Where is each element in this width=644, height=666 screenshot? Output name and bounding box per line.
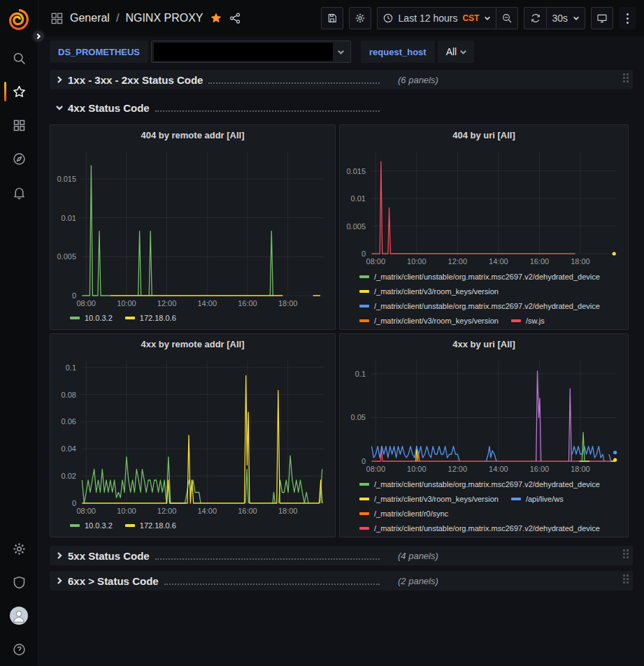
dashboard-canvas: 1xx - 3xx - 2xx Status Code (6 panels) 4…	[38, 67, 644, 666]
legend-item[interactable]: /_matrix/client/v3/room_keys/version	[359, 313, 499, 328]
sidebar-item-configuration[interactable]	[0, 532, 38, 565]
refresh-button[interactable]	[524, 7, 546, 29]
chart-canvas[interactable]: 08:0010:0012:0014:0016:0018:0000.0050.01…	[340, 145, 627, 268]
legend-item[interactable]: /_matrix/client/unstable/org.matrix.msc2…	[359, 477, 600, 491]
sidebar-item-starred[interactable]	[0, 75, 38, 108]
svg-text:16:00: 16:00	[530, 465, 550, 473]
legend-item[interactable]: /_matrix/client/v3/room_keys/version	[359, 491, 499, 506]
legend-item[interactable]: /_matrix/client/unstable/org.matrix.msc2…	[359, 521, 600, 535]
row-title[interactable]: 1xx - 3xx - 2xx Status Code	[68, 74, 203, 86]
sidebar-item-profile[interactable]	[0, 599, 38, 632]
row-title[interactable]: 5xx Status Code	[68, 550, 150, 562]
time-range-label: Last 12 hours	[399, 13, 458, 24]
gear-icon	[12, 542, 27, 556]
row-1xx-3xx-2xx[interactable]: 1xx - 3xx - 2xx Status Code (6 panels)	[50, 70, 633, 89]
sidebar-expand-button[interactable]	[31, 29, 46, 44]
legend-item[interactable]: 172.18.0.6	[125, 311, 176, 326]
favorite-star-icon[interactable]	[210, 12, 222, 24]
dashboard-settings-button[interactable]	[349, 7, 371, 29]
legend-swatch	[511, 319, 521, 322]
panel-4xx-by-uri-all: 4xx by uri [All]08:0010:0012:0014:0016:0…	[339, 333, 629, 537]
panel-legend: 10.0.3.2172.18.0.6	[50, 517, 335, 535]
legend-label: /api/live/ws	[526, 495, 564, 503]
legend-item[interactable]: /_matrix/client/v3/room_keys/version	[359, 284, 499, 298]
sidebar-item-alerting[interactable]	[0, 175, 38, 209]
panel-legend: /_matrix/client/unstable/org.matrix.msc2…	[340, 475, 628, 535]
chart-canvas[interactable]: 08:0010:0012:0014:0016:0018:0000.050.1	[340, 354, 627, 475]
datasource-select[interactable]	[151, 41, 351, 63]
legend-item[interactable]: /_matrix/client/unstable/org.matrix.msc2…	[359, 298, 600, 313]
sidebar-item-search[interactable]	[0, 41, 38, 75]
shield-icon	[12, 575, 27, 590]
legend-label: /_matrix/client/v3/room_keys/version	[374, 495, 499, 503]
page-title[interactable]: NGINX PROXY	[125, 12, 203, 24]
chart-gridlines	[371, 361, 617, 461]
chart-axis-labels: 08:0010:0012:0014:0016:0018:0000.0050.01…	[346, 167, 589, 266]
row-5xx[interactable]: 5xx Status Code (4 panels)	[50, 546, 633, 565]
svg-text:0.005: 0.005	[346, 222, 366, 231]
svg-text:0.1: 0.1	[355, 370, 366, 378]
request-host-select[interactable]: All	[438, 41, 475, 63]
legend-swatch	[125, 524, 135, 527]
row-title[interactable]: 6xx > Status Code	[68, 575, 159, 587]
variables-bar: DS_PROMETHEUS request_host All	[38, 36, 644, 67]
save-dashboard-button[interactable]	[321, 7, 343, 29]
variable-ds-prometheus: DS_PROMETHEUS	[50, 41, 351, 63]
row-drag-handle[interactable]	[623, 549, 629, 558]
redacted-value	[154, 43, 333, 61]
sidebar-item-dashboards[interactable]	[0, 108, 38, 142]
series-line	[372, 447, 611, 461]
compass-icon	[12, 152, 27, 166]
svg-text:16:00: 16:00	[238, 507, 257, 515]
legend-item[interactable]: 10.0.3.2	[70, 311, 113, 326]
sidebar-item-explore[interactable]	[0, 142, 38, 175]
share-icon[interactable]	[229, 12, 241, 24]
time-range-picker[interactable]: Last 12 hours CST	[377, 7, 496, 29]
legend-item[interactable]: /_matrix/client/unstable/org.matrix.msc2…	[359, 269, 600, 284]
legend-item[interactable]: /sw.js	[511, 313, 545, 328]
breadcrumb-folder[interactable]: General	[70, 12, 110, 24]
panel-title[interactable]: 4xx by remote addr [All]	[50, 334, 335, 354]
row-title[interactable]: 4xx Status Code	[68, 102, 150, 114]
timezone-badge: CST	[462, 13, 479, 23]
row-drag-handle[interactable]	[623, 73, 629, 82]
svg-text:14:00: 14:00	[489, 257, 508, 266]
tv-mode-button[interactable]	[591, 7, 613, 29]
series-end-dot	[613, 252, 616, 255]
zoom-out-button[interactable]	[496, 7, 518, 29]
avatar	[10, 607, 28, 625]
svg-text:0: 0	[72, 499, 76, 507]
legend-item[interactable]: 172.18.0.6	[125, 519, 176, 533]
chart-axis-labels: 08:0010:0012:0014:0016:0018:0000.0050.01…	[57, 175, 297, 307]
star-icon	[12, 85, 27, 99]
save-icon	[327, 13, 338, 24]
row-drag-handle[interactable]	[623, 574, 629, 584]
panel-title[interactable]: 404 by remote addr [All]	[50, 125, 335, 145]
row-4xx[interactable]: 4xx Status Code	[50, 98, 633, 117]
row-dotted-leader	[155, 551, 380, 560]
more-options-button[interactable]	[619, 7, 636, 29]
grafana-logo-icon[interactable]	[7, 8, 31, 31]
panel-legend: /_matrix/client/unstable/org.matrix.msc2…	[340, 268, 628, 328]
chart-canvas[interactable]: 08:0010:0012:0014:0016:0018:0000.0050.01…	[50, 145, 334, 310]
legend-item[interactable]: /api/live/ws	[511, 491, 564, 506]
legend-swatch	[359, 290, 369, 293]
svg-text:0.01: 0.01	[351, 194, 366, 203]
chart-gridlines	[81, 361, 324, 503]
sidebar-item-help[interactable]	[0, 632, 38, 666]
legend-swatch	[359, 527, 369, 530]
legend-item[interactable]: 10.0.3.2	[70, 519, 113, 533]
panel-legend: 10.0.3.2172.18.0.6	[50, 310, 335, 328]
legend-item[interactable]: /_matrix/client/r0/sync	[359, 506, 448, 521]
sidebar-item-server-admin[interactable]	[0, 565, 38, 599]
svg-text:08:00: 08:00	[76, 299, 96, 307]
chart-canvas[interactable]: 08:0010:0012:0014:0016:0018:0000.020.040…	[50, 354, 334, 517]
panel-title[interactable]: 4xx by uri [All]	[340, 334, 628, 354]
row-6xx[interactable]: 6xx > Status Code (2 panels)	[50, 571, 633, 591]
svg-text:10:00: 10:00	[117, 507, 136, 515]
svg-text:12:00: 12:00	[448, 257, 468, 266]
refresh-interval-picker[interactable]: 30s	[546, 7, 585, 29]
legend-swatch	[359, 319, 369, 322]
sidebar	[0, 0, 38, 666]
panel-title[interactable]: 404 by uri [All]	[340, 125, 628, 145]
